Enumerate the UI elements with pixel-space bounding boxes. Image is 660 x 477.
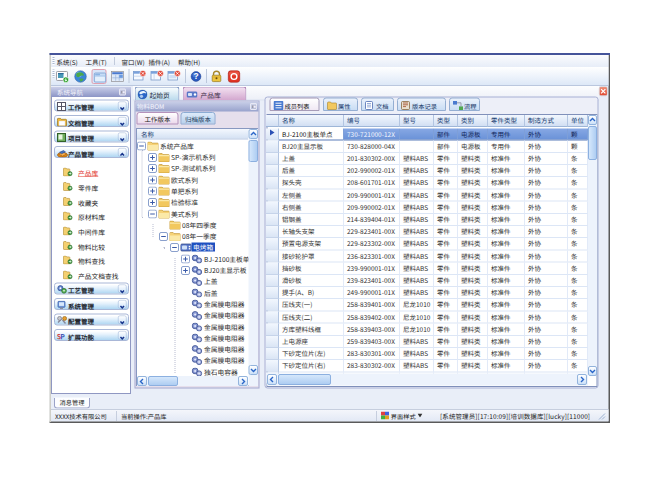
svg-text:?: ? [193, 69, 198, 81]
